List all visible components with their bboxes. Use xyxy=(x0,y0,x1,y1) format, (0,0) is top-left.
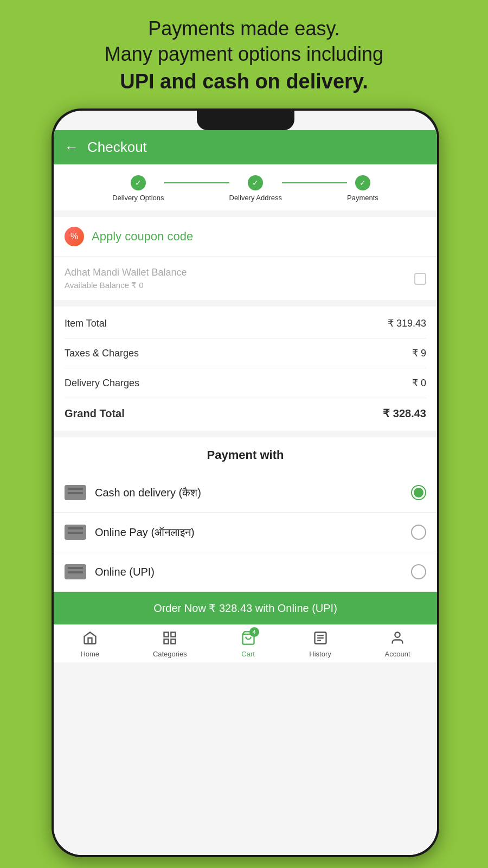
promo-section: Payments made easy. Many payment options… xyxy=(0,0,488,107)
phone-frame: ← Checkout ✓ Delivery Options ✓ Delivery… xyxy=(52,108,439,857)
coupon-text: Apply coupon code xyxy=(92,229,193,244)
coupon-section[interactable]: % Apply coupon code xyxy=(54,217,437,256)
payment-with-header: Payment with xyxy=(54,437,437,473)
categories-icon xyxy=(162,630,177,646)
wallet-checkbox[interactable] xyxy=(414,273,426,285)
payment-online[interactable]: Online Pay (ऑनलाइन) xyxy=(54,513,437,552)
taxes-label: Taxes & Charges xyxy=(65,348,139,359)
grand-total-row: Grand Total ₹ 328.43 xyxy=(65,398,426,429)
payment-cash[interactable]: Cash on delivery (कैश) xyxy=(54,473,437,513)
order-now-text: Order Now ₹ 328.43 with Online (UPI) xyxy=(153,602,337,614)
promo-line1: Payments made easy. xyxy=(33,16,455,42)
back-button[interactable]: ← xyxy=(65,139,79,156)
step1-label: Delivery Options xyxy=(112,194,164,202)
history-label: History xyxy=(309,650,331,658)
step2-circle: ✓ xyxy=(248,175,263,190)
home-icon xyxy=(82,630,98,646)
account-label: Account xyxy=(385,650,410,658)
upi-icon xyxy=(65,564,86,579)
online-pay-icon xyxy=(65,525,86,540)
step-line-2 xyxy=(282,182,347,183)
svg-rect-3 xyxy=(171,639,176,643)
coupon-icon: % xyxy=(65,227,84,246)
item-total-row: Item Total ₹ 319.43 xyxy=(65,309,426,339)
nav-history[interactable]: History xyxy=(309,630,331,658)
grand-total-label: Grand Total xyxy=(65,407,125,420)
delivery-value: ₹ 0 xyxy=(412,377,426,389)
grand-total-value: ₹ 328.43 xyxy=(383,407,426,420)
delivery-label: Delivery Charges xyxy=(65,378,139,389)
progress-steps: ✓ Delivery Options ✓ Delivery Address ✓ … xyxy=(54,164,437,210)
upi-radio[interactable] xyxy=(411,564,426,579)
item-total-label: Item Total xyxy=(65,318,107,329)
phone-screen: ← Checkout ✓ Delivery Options ✓ Delivery… xyxy=(54,111,437,855)
home-icon-wrap xyxy=(82,630,98,648)
wallet-title: Adhat Mandi Wallet Balance xyxy=(65,267,187,278)
svg-rect-0 xyxy=(164,633,169,637)
step2-label: Delivery Address xyxy=(229,194,282,202)
bottom-nav: Home Categories 4 xyxy=(54,624,437,662)
wallet-balance: Available Balance ₹ 0 xyxy=(65,280,187,290)
payment-upi[interactable]: Online (UPI) xyxy=(54,552,437,592)
nav-cart[interactable]: 4 Cart xyxy=(241,630,256,658)
app-header: ← Checkout xyxy=(54,130,437,164)
app-content: ← Checkout ✓ Delivery Options ✓ Delivery… xyxy=(54,130,437,855)
step3-circle: ✓ xyxy=(355,175,370,190)
home-label: Home xyxy=(80,650,99,658)
phone-notch xyxy=(197,111,294,130)
taxes-value: ₹ 9 xyxy=(412,347,426,359)
history-icon xyxy=(313,630,328,646)
online-radio[interactable] xyxy=(411,525,426,540)
cash-icon xyxy=(65,485,86,500)
promo-line3: UPI and cash on delivery. xyxy=(33,67,455,96)
cash-radio-inner xyxy=(414,488,423,497)
price-section: Item Total ₹ 319.43 Taxes & Charges ₹ 9 … xyxy=(54,307,437,431)
account-icon xyxy=(390,630,405,646)
account-icon-wrap xyxy=(390,630,405,648)
svg-rect-2 xyxy=(164,639,169,643)
header-title: Checkout xyxy=(87,139,147,156)
order-now-bar[interactable]: Order Now ₹ 328.43 with Online (UPI) xyxy=(54,592,437,624)
nav-account[interactable]: Account xyxy=(385,630,410,658)
categories-label: Categories xyxy=(153,650,187,658)
svg-rect-1 xyxy=(171,633,176,637)
history-icon-wrap xyxy=(313,630,328,648)
cash-radio[interactable] xyxy=(411,485,426,500)
svg-point-9 xyxy=(395,633,400,637)
step1-circle: ✓ xyxy=(131,175,146,190)
step-payments: ✓ Payments xyxy=(347,175,378,202)
item-total-value: ₹ 319.43 xyxy=(388,317,426,329)
categories-icon-wrap xyxy=(162,630,177,648)
cash-label: Cash on delivery (कैश) xyxy=(95,487,402,499)
step-delivery-address: ✓ Delivery Address xyxy=(229,175,282,202)
upi-label: Online (UPI) xyxy=(95,566,402,578)
nav-categories[interactable]: Categories xyxy=(153,630,187,658)
step-delivery-options: ✓ Delivery Options xyxy=(112,175,164,202)
nav-home[interactable]: Home xyxy=(80,630,99,658)
taxes-row: Taxes & Charges ₹ 9 xyxy=(65,339,426,368)
cart-label: Cart xyxy=(241,650,255,658)
delivery-row: Delivery Charges ₹ 0 xyxy=(65,368,426,398)
step3-label: Payments xyxy=(347,194,378,202)
payment-with-title: Payment with xyxy=(207,448,284,462)
cart-icon-wrap: 4 xyxy=(241,630,256,648)
cart-badge: 4 xyxy=(249,627,259,637)
online-pay-label: Online Pay (ऑनलाइन) xyxy=(95,526,402,539)
payment-options: Cash on delivery (कैश) Online Pay (ऑनलाइ… xyxy=(54,473,437,592)
promo-line2: Many payment options including xyxy=(33,42,455,67)
step-line-1 xyxy=(164,182,229,183)
wallet-section: Adhat Mandi Wallet Balance Available Bal… xyxy=(54,257,437,300)
wallet-info: Adhat Mandi Wallet Balance Available Bal… xyxy=(65,267,187,290)
